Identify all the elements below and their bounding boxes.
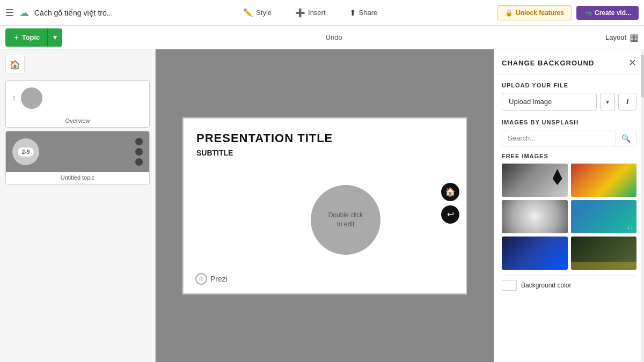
upload-image-button[interactable]: Upload image [502,93,597,110]
topic-dropdown-arrow[interactable]: ▾ [48,29,62,46]
search-input[interactable] [502,130,616,146]
create-video-button[interactable]: 📹 Create vid... [576,6,639,20]
plus-icon: ＋ [13,33,20,41]
upload-dropdown-button[interactable]: ▾ [600,93,615,110]
right-panel-body: UPLOAD YOUR FILE Upload image ▾ i IMAGES… [494,75,644,362]
images-grid [502,164,636,270]
image-thumb-5[interactable] [502,237,568,270]
overview-label: Overview [6,115,149,127]
prezi-logo-icon: ◎ [195,273,207,285]
slide-frame[interactable]: PRESENTATION TITLE SUBTITLE Double click… [182,117,467,294]
insert-icon: ➕ [295,8,305,18]
share-button[interactable]: ⬆ Share [338,5,390,21]
slide-number-1: 1 [12,95,16,101]
search-button[interactable]: 🔍 [616,130,636,146]
hamburger-icon[interactable]: ☰ [5,7,14,19]
slide-nav-back[interactable]: ↩ [441,205,459,224]
topic-button[interactable]: ＋ Topic ▾ [5,28,62,47]
slide-nav-home[interactable]: 🏠 [441,183,459,201]
slide-thumb-untitled[interactable]: 2-9 Untitled topic [5,131,150,184]
close-panel-button[interactable]: ✕ [628,57,636,69]
nav-right: 🔒 Unlock features 📹 Create vid... [497,5,639,20]
upload-section-label: UPLOAD YOUR FILE [502,82,636,88]
unlock-button[interactable]: 🔒 Unlock features [497,5,572,20]
image-thumb-6[interactable] [571,237,637,270]
search-icon: 🔍 [621,134,631,143]
layout-section: Layout ▦ [605,32,639,43]
slide-edit-circle[interactable]: Double click to edit [311,185,380,255]
nav-center: ✏️ Style ➕ Insert ⬆ Share [129,5,492,21]
free-images-label: FREE IMAGES [502,153,636,159]
home-button[interactable]: 🏠 [5,55,25,74]
bg-color-row: Background color [502,275,636,295]
unsplash-label: IMAGES BY UNSPLASH [502,119,636,125]
double-click-text: Double click to edit [328,211,363,229]
prezi-logo: ◎ Prezi [195,273,228,285]
top-nav: ☰ ☁ Cách gõ tiếng việt tro... ✏️ Style ➕… [0,0,644,26]
image-thumb-1[interactable] [502,164,568,197]
main-area: 🏠 1 Overview 2-9 [0,49,644,362]
slide-dots [135,138,143,166]
slide-main-title: PRESENTATION TITLE [196,131,453,145]
lock-icon: 🔒 [505,9,513,17]
info-button[interactable]: i [618,93,636,110]
document-title: Cách gõ tiếng việt tro... [34,9,113,17]
slide-tag: 2-9 [18,147,34,157]
style-icon: ✏️ [243,8,253,18]
image-thumb-2[interactable] [571,164,637,197]
bg-color-label: Background color [521,282,571,289]
share-icon: ⬆ [349,8,356,18]
search-row: 🔍 [502,130,636,146]
cloud-icon[interactable]: ☁ [19,7,29,19]
insert-button[interactable]: ➕ Insert [283,5,338,21]
style-button[interactable]: ✏️ Style [231,5,283,21]
topic-main[interactable]: ＋ Topic [5,28,48,47]
left-panel: 🏠 1 Overview 2-9 [0,49,156,362]
right-panel: CHANGE BACKGROUND ✕ UPLOAD YOUR FILE Upl… [494,49,644,362]
panel-title: CHANGE BACKGROUND [502,59,594,67]
right-panel-header: CHANGE BACKGROUND ✕ [494,49,644,75]
video-icon: 📹 [584,9,592,17]
slide-subtitle: SUBTITLE [196,149,453,157]
undo-button[interactable]: Undo [320,31,348,43]
image-thumb-3[interactable] [502,200,568,233]
untitled-label: Untitled topic [6,172,149,184]
center-canvas: PRESENTATION TITLE SUBTITLE Double click… [156,49,494,362]
layout-label: Layout [605,33,626,41]
scrollbar-thumb[interactable] [641,55,644,98]
slide-1-circle [21,87,42,109]
second-bar: ＋ Topic ▾ Undo Layout ▦ [0,26,644,49]
bg-color-swatch[interactable] [502,280,517,291]
layout-icon[interactable]: ▦ [630,32,639,43]
image-thumb-4[interactable] [571,200,637,233]
scrollbar[interactable] [641,49,644,362]
slide-thumb-overview[interactable]: 1 Overview [5,80,150,128]
upload-row: Upload image ▾ i [502,93,636,110]
